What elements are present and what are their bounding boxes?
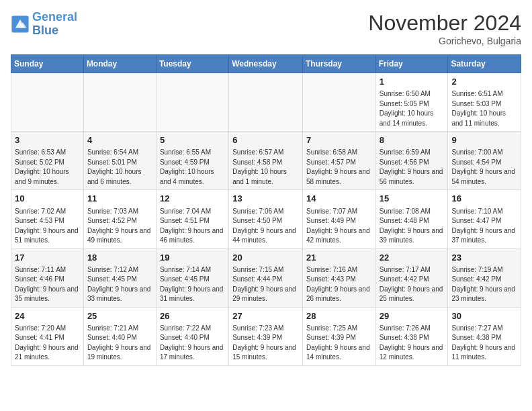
logo-name: GeneralBlue [32, 11, 77, 38]
weekday-header: Wednesday [229, 55, 303, 73]
day-number: 2 [451, 76, 517, 88]
calendar-cell [11, 73, 84, 132]
day-info: Sunrise: 7:19 AM Sunset: 4:42 PM Dayligh… [451, 265, 517, 304]
calendar-cell: 19Sunrise: 7:14 AM Sunset: 4:45 PM Dayli… [156, 248, 228, 307]
day-info: Sunrise: 7:06 AM Sunset: 4:50 PM Dayligh… [232, 207, 299, 246]
day-number: 30 [451, 310, 517, 322]
calendar-cell: 8Sunrise: 6:59 AM Sunset: 4:56 PM Daylig… [375, 132, 448, 190]
day-info: Sunrise: 7:12 AM Sunset: 4:45 PM Dayligh… [87, 265, 152, 304]
weekday-header: Friday [375, 55, 448, 73]
day-info: Sunrise: 6:50 AM Sunset: 5:05 PM Dayligh… [380, 89, 445, 128]
weekday-header: Saturday [448, 55, 521, 73]
day-number: 23 [451, 252, 517, 264]
calendar-cell: 9Sunrise: 7:00 AM Sunset: 4:54 PM Daylig… [448, 132, 521, 190]
calendar-cell: 29Sunrise: 7:26 AM Sunset: 4:38 PM Dayli… [375, 307, 448, 365]
day-info: Sunrise: 7:20 AM Sunset: 4:41 PM Dayligh… [15, 324, 80, 363]
day-info: Sunrise: 7:17 AM Sunset: 4:42 PM Dayligh… [380, 265, 445, 304]
day-number: 11 [87, 193, 152, 205]
logo: GeneralBlue [11, 11, 77, 38]
day-number: 13 [232, 193, 299, 205]
day-info: Sunrise: 7:23 AM Sunset: 4:39 PM Dayligh… [232, 324, 299, 363]
calendar-week-row: 3Sunrise: 6:53 AM Sunset: 5:02 PM Daylig… [11, 132, 521, 190]
day-number: 8 [380, 134, 445, 146]
logo-icon [11, 15, 30, 34]
calendar-cell: 3Sunrise: 6:53 AM Sunset: 5:02 PM Daylig… [11, 132, 84, 190]
calendar-cell: 27Sunrise: 7:23 AM Sunset: 4:39 PM Dayli… [229, 307, 303, 365]
calendar-cell: 20Sunrise: 7:15 AM Sunset: 4:44 PM Dayli… [229, 248, 303, 307]
logo-text: GeneralBlue [32, 11, 77, 38]
calendar-cell [156, 73, 228, 132]
calendar-cell: 12Sunrise: 7:04 AM Sunset: 4:51 PM Dayli… [156, 190, 228, 248]
day-number: 9 [451, 134, 517, 146]
calendar-cell: 23Sunrise: 7:19 AM Sunset: 4:42 PM Dayli… [448, 248, 521, 307]
calendar-cell: 5Sunrise: 6:55 AM Sunset: 4:59 PM Daylig… [156, 132, 228, 190]
month-title: November 2024 [368, 11, 521, 36]
calendar-cell: 26Sunrise: 7:22 AM Sunset: 4:40 PM Dayli… [156, 307, 228, 365]
weekday-header: Tuesday [156, 55, 228, 73]
day-info: Sunrise: 6:53 AM Sunset: 5:02 PM Dayligh… [15, 148, 80, 187]
day-number: 12 [160, 193, 225, 205]
calendar-cell: 21Sunrise: 7:16 AM Sunset: 4:43 PM Dayli… [302, 248, 375, 307]
day-info: Sunrise: 6:55 AM Sunset: 4:59 PM Dayligh… [160, 148, 225, 187]
page-header: GeneralBlue November 2024 Gorichevo, Bul… [11, 11, 521, 46]
calendar-cell: 17Sunrise: 7:11 AM Sunset: 4:46 PM Dayli… [11, 248, 84, 307]
day-number: 28 [306, 310, 372, 322]
day-info: Sunrise: 6:57 AM Sunset: 4:58 PM Dayligh… [232, 148, 299, 187]
day-info: Sunrise: 7:26 AM Sunset: 4:38 PM Dayligh… [380, 324, 445, 363]
day-info: Sunrise: 7:27 AM Sunset: 4:38 PM Dayligh… [451, 324, 517, 363]
day-info: Sunrise: 7:02 AM Sunset: 4:53 PM Dayligh… [15, 207, 80, 246]
day-number: 20 [232, 252, 299, 264]
day-info: Sunrise: 6:54 AM Sunset: 5:01 PM Dayligh… [87, 148, 152, 187]
location: Gorichevo, Bulgaria [368, 36, 521, 46]
calendar-table: SundayMondayTuesdayWednesdayThursdayFrid… [11, 54, 521, 366]
calendar-cell [302, 73, 375, 132]
day-info: Sunrise: 7:07 AM Sunset: 4:49 PM Dayligh… [306, 207, 372, 246]
day-info: Sunrise: 7:15 AM Sunset: 4:44 PM Dayligh… [232, 265, 299, 304]
calendar-cell: 10Sunrise: 7:02 AM Sunset: 4:53 PM Dayli… [11, 190, 84, 248]
day-number: 3 [15, 134, 80, 146]
calendar-week-row: 1Sunrise: 6:50 AM Sunset: 5:05 PM Daylig… [11, 73, 521, 132]
day-info: Sunrise: 7:21 AM Sunset: 4:40 PM Dayligh… [87, 324, 152, 363]
calendar-cell: 7Sunrise: 6:58 AM Sunset: 4:57 PM Daylig… [302, 132, 375, 190]
calendar-cell: 18Sunrise: 7:12 AM Sunset: 4:45 PM Dayli… [83, 248, 156, 307]
day-number: 1 [380, 76, 445, 88]
day-number: 5 [160, 134, 225, 146]
day-info: Sunrise: 7:11 AM Sunset: 4:46 PM Dayligh… [15, 265, 80, 304]
day-info: Sunrise: 6:51 AM Sunset: 5:03 PM Dayligh… [451, 89, 517, 128]
day-number: 26 [160, 310, 225, 322]
weekday-header: Monday [83, 55, 156, 73]
day-info: Sunrise: 7:16 AM Sunset: 4:43 PM Dayligh… [306, 265, 372, 304]
calendar-cell: 28Sunrise: 7:25 AM Sunset: 4:39 PM Dayli… [302, 307, 375, 365]
calendar-cell: 16Sunrise: 7:10 AM Sunset: 4:47 PM Dayli… [448, 190, 521, 248]
day-info: Sunrise: 7:22 AM Sunset: 4:40 PM Dayligh… [160, 324, 225, 363]
calendar-cell: 25Sunrise: 7:21 AM Sunset: 4:40 PM Dayli… [83, 307, 156, 365]
day-number: 15 [380, 193, 445, 205]
calendar-cell: 11Sunrise: 7:03 AM Sunset: 4:52 PM Dayli… [83, 190, 156, 248]
day-info: Sunrise: 7:25 AM Sunset: 4:39 PM Dayligh… [306, 324, 372, 363]
day-info: Sunrise: 7:04 AM Sunset: 4:51 PM Dayligh… [160, 207, 225, 246]
calendar-cell: 22Sunrise: 7:17 AM Sunset: 4:42 PM Dayli… [375, 248, 448, 307]
weekday-header: Thursday [302, 55, 375, 73]
day-info: Sunrise: 6:59 AM Sunset: 4:56 PM Dayligh… [380, 148, 445, 187]
calendar-week-row: 10Sunrise: 7:02 AM Sunset: 4:53 PM Dayli… [11, 190, 521, 248]
calendar-cell: 1Sunrise: 6:50 AM Sunset: 5:05 PM Daylig… [375, 73, 448, 132]
day-number: 17 [15, 252, 80, 264]
day-number: 29 [380, 310, 445, 322]
title-area: November 2024 Gorichevo, Bulgaria [368, 11, 521, 46]
day-number: 7 [306, 134, 372, 146]
day-number: 19 [160, 252, 225, 264]
calendar-week-row: 24Sunrise: 7:20 AM Sunset: 4:41 PM Dayli… [11, 307, 521, 365]
day-info: Sunrise: 7:00 AM Sunset: 4:54 PM Dayligh… [451, 148, 517, 187]
weekday-header-row: SundayMondayTuesdayWednesdayThursdayFrid… [11, 55, 521, 73]
calendar-cell: 30Sunrise: 7:27 AM Sunset: 4:38 PM Dayli… [448, 307, 521, 365]
calendar-cell: 2Sunrise: 6:51 AM Sunset: 5:03 PM Daylig… [448, 73, 521, 132]
calendar-cell: 13Sunrise: 7:06 AM Sunset: 4:50 PM Dayli… [229, 190, 303, 248]
day-number: 25 [87, 310, 152, 322]
day-number: 22 [380, 252, 445, 264]
day-info: Sunrise: 6:58 AM Sunset: 4:57 PM Dayligh… [306, 148, 372, 187]
calendar-cell [83, 73, 156, 132]
day-number: 18 [87, 252, 152, 264]
calendar-week-row: 17Sunrise: 7:11 AM Sunset: 4:46 PM Dayli… [11, 248, 521, 307]
day-info: Sunrise: 7:08 AM Sunset: 4:48 PM Dayligh… [380, 207, 445, 246]
day-number: 14 [306, 193, 372, 205]
